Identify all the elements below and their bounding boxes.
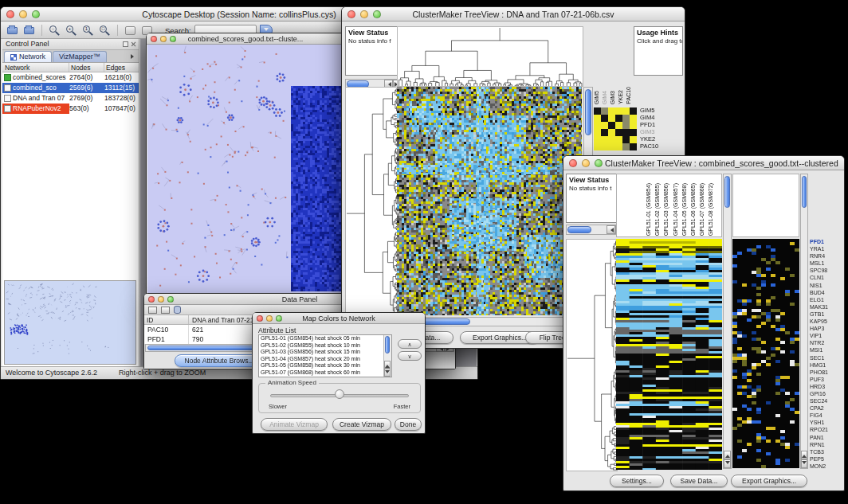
- close-icon[interactable]: [151, 36, 157, 42]
- network-canvas[interactable]: [147, 45, 345, 295]
- scroll-up-icon[interactable]: [802, 452, 807, 458]
- toolbar-icons: -+1□: [6, 24, 154, 37]
- attribute-create-icon[interactable]: [161, 307, 170, 314]
- close-icon[interactable]: [148, 296, 155, 303]
- view-status-box: View Status No status info f: [345, 26, 402, 76]
- tab-vizmapper[interactable]: VizMapper™: [53, 51, 107, 62]
- import-network-icon[interactable]: [22, 24, 36, 37]
- attribute-item[interactable]: GPL51-02 (GSM855) heat shock 10 min: [259, 342, 391, 350]
- network-row[interactable]: combined_sco2569(6)13112(15): [2, 83, 139, 93]
- gene-label: SEC24: [810, 397, 845, 404]
- scroll-down-icon[interactable]: [385, 370, 390, 376]
- close-icon[interactable]: [257, 315, 263, 322]
- tab-overflow-icon[interactable]: [131, 54, 136, 59]
- annotation-icon[interactable]: [124, 24, 137, 37]
- scroll-thumb[interactable]: [585, 89, 591, 135]
- array-column-label: GPL51-03 (GSM856): [663, 183, 669, 236]
- attribute-item[interactable]: GPL51-07 (GSM868) heat shock 60 min: [259, 369, 391, 377]
- secondary-heatmap-canvas[interactable]: [732, 239, 799, 468]
- minimize-icon[interactable]: [582, 159, 590, 167]
- scroll-thumb[interactable]: [385, 336, 390, 354]
- col-id[interactable]: ID: [144, 315, 189, 324]
- scroll-thumb[interactable]: [724, 176, 730, 208]
- zoom-window-icon[interactable]: [595, 159, 603, 167]
- scroll-left-icon[interactable]: [386, 82, 391, 87]
- network-view-titlebar[interactable]: combined_scores_good.txt--cluste...: [147, 33, 344, 45]
- done-button[interactable]: Done: [395, 418, 422, 431]
- column-dendrogram-canvas[interactable]: [397, 26, 583, 87]
- close-icon[interactable]: [569, 159, 577, 167]
- minimize-icon[interactable]: [158, 296, 164, 303]
- save-data-button[interactable]: Save Data...: [670, 475, 728, 487]
- zoom-in-icon[interactable]: +: [65, 24, 78, 37]
- network-view-title: combined_scores_good.txt--cluste...: [147, 33, 344, 45]
- correlation-matrix-canvas[interactable]: [594, 107, 637, 150]
- scroll-down-icon[interactable]: [802, 461, 807, 467]
- main-vscrollbar[interactable]: [723, 174, 732, 469]
- network-row[interactable]: DNA and Tran 072769(0)183728(0): [2, 93, 139, 104]
- float-panel-icon[interactable]: [123, 41, 128, 47]
- array-column-label: GPL51-07 (GSM868): [699, 183, 705, 236]
- attribute-item[interactable]: GPL51-04 (GSM857) heat shock 20 min: [259, 356, 391, 363]
- gene-label: NIS1: [810, 282, 845, 289]
- move-up-button[interactable]: ∧: [398, 339, 422, 349]
- close-icon[interactable]: [347, 10, 355, 18]
- gene-label: MON2: [810, 463, 845, 470]
- gene-label: SPC98: [810, 267, 845, 274]
- move-down-button[interactable]: ∨: [398, 351, 422, 361]
- gene-label: HRD3: [810, 383, 845, 390]
- col-nodes[interactable]: Nodes: [69, 63, 104, 72]
- scroll-down-icon[interactable]: [725, 461, 730, 467]
- zoom-selected-icon[interactable]: 1: [81, 24, 95, 37]
- minimize-icon[interactable]: [266, 315, 273, 322]
- network-row[interactable]: RNAPuberNov2563(0)107847(0): [2, 104, 139, 114]
- zoom-out-icon[interactable]: -: [48, 24, 61, 37]
- zoom-window-icon[interactable]: [276, 315, 282, 322]
- node-attribute-browser-button[interactable]: Node Attribute Brows...: [175, 354, 264, 367]
- network-row[interactable]: combined_scores2764(0)16218(0): [2, 72, 139, 83]
- minimize-icon[interactable]: [160, 36, 167, 42]
- scroll-thumb[interactable]: [802, 176, 807, 208]
- attribute-item[interactable]: GPL51-05 (GSM858) heat shock 30 min: [259, 362, 391, 369]
- speed-slider-thumb[interactable]: [335, 389, 344, 399]
- export-graphics-button[interactable]: Export Graphics...: [731, 475, 807, 487]
- zoom-window-icon[interactable]: [167, 296, 174, 303]
- attribute-select-icon[interactable]: [148, 307, 157, 314]
- row-dendrogram-canvas[interactable]: [345, 87, 398, 317]
- close-panel-icon[interactable]: [131, 41, 136, 47]
- settings-button[interactable]: Settings...: [610, 475, 664, 487]
- heatmap-canvas[interactable]: [616, 239, 722, 470]
- attribute-list[interactable]: GPL51-01 (GSM854) heat shock 05 minGPL51…: [258, 334, 392, 377]
- network-overview-canvas[interactable]: [4, 280, 136, 365]
- attribute-item[interactable]: GPL51-01 (GSM854) heat shock 05 min: [259, 335, 391, 342]
- zoom-window-icon[interactable]: [373, 10, 381, 18]
- scroll-left-icon[interactable]: [608, 228, 614, 232]
- desktop: Cytoscape Desktop (Session Name: collins…: [0, 0, 848, 504]
- minimize-icon[interactable]: [360, 10, 368, 18]
- row-dendrogram-canvas[interactable]: [566, 239, 618, 471]
- dialog-titlebar[interactable]: Map Colors to Network: [253, 313, 425, 324]
- heatmap-canvas[interactable]: [397, 87, 582, 315]
- list-vscrollbar[interactable]: [383, 335, 391, 377]
- attribute-item[interactable]: GPL51-03 (GSM856) heat shock 15 min: [259, 349, 391, 356]
- open-session-icon[interactable]: [6, 24, 19, 37]
- col-network[interactable]: Network: [2, 63, 69, 72]
- database-icon[interactable]: [174, 306, 181, 314]
- zoom-window-icon[interactable]: [32, 10, 40, 18]
- col-edges[interactable]: Edges: [104, 63, 139, 72]
- minimize-icon[interactable]: [19, 10, 27, 18]
- zoom-fit-icon[interactable]: □: [98, 24, 112, 37]
- secondary-vscrollbar[interactable]: [800, 174, 808, 469]
- treeview1-titlebar[interactable]: ClusterMaker TreeView : DNA and Tran 07-…: [342, 7, 685, 21]
- close-icon[interactable]: [6, 10, 14, 18]
- window-controls: [347, 10, 381, 18]
- scroll-up-icon[interactable]: [725, 452, 730, 458]
- zoom-window-icon[interactable]: [170, 36, 176, 42]
- create-vizmap-button[interactable]: Create Vizmap: [332, 418, 391, 431]
- cluster-column-label: PAC10: [626, 87, 631, 104]
- scroll-thumb[interactable]: [567, 226, 591, 233]
- tab-network[interactable]: Network: [4, 51, 52, 62]
- treeview2-titlebar[interactable]: ClusterMaker TreeView : combined_scores_…: [563, 156, 844, 170]
- network-nodes: 563(0): [69, 104, 104, 114]
- scroll-up-icon[interactable]: [385, 362, 390, 368]
